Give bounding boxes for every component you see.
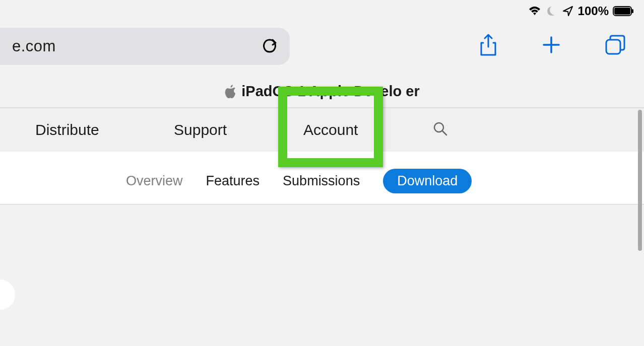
subnav-overview[interactable]: Overview (126, 173, 183, 189)
status-bar: 100% (528, 4, 634, 18)
share-icon[interactable] (478, 33, 498, 59)
subnav-features[interactable]: Features (206, 173, 260, 189)
page-title: iPadOS 1 Apple Develo er (241, 83, 420, 100)
svg-rect-3 (606, 40, 620, 54)
sub-nav: Overview Features Submissions Download (126, 169, 472, 193)
nav-item-distribute[interactable]: Distribute (35, 121, 99, 139)
page-title-row: iPadOS 1 Apple Develo er (0, 83, 644, 100)
wifi-icon (528, 6, 542, 17)
content-area (0, 205, 644, 346)
battery-percent: 100% (578, 4, 609, 18)
apple-icon (224, 85, 236, 99)
url-text: e.com (12, 37, 56, 55)
location-icon (562, 5, 574, 17)
subnav-submissions[interactable]: Submissions (283, 173, 360, 189)
scrollbar[interactable] (638, 110, 642, 251)
new-tab-icon[interactable] (541, 35, 561, 57)
moon-icon (546, 5, 558, 17)
battery-icon (613, 6, 634, 17)
tabs-icon[interactable] (604, 34, 626, 58)
toolbar-icons (478, 33, 626, 59)
nav-item-support[interactable]: Support (174, 121, 227, 139)
download-button[interactable]: Download (383, 169, 472, 193)
svg-rect-1 (614, 8, 630, 15)
main-nav: Distribute Support Account (0, 108, 644, 152)
nav-item-account[interactable]: Account (303, 121, 358, 139)
search-icon[interactable] (432, 121, 448, 139)
svg-rect-2 (632, 9, 633, 13)
address-bar[interactable]: e.com (0, 28, 290, 65)
reload-icon[interactable] (262, 36, 278, 56)
